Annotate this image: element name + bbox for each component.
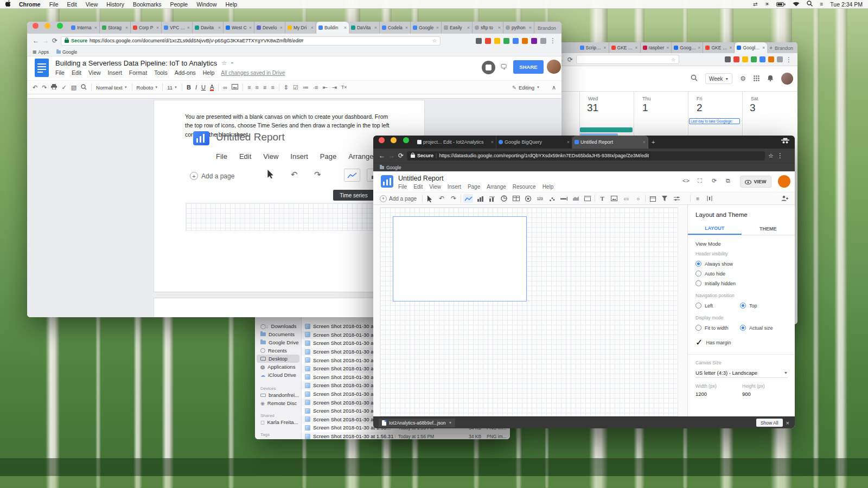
bookmark-star-icon[interactable]: ☆ (432, 38, 437, 43)
sidebar-item-documents[interactable]: Documents (255, 330, 301, 338)
day-number[interactable]: 3 (750, 102, 756, 114)
extension-icon[interactable] (513, 38, 519, 44)
tab-close-icon[interactable]: × (666, 45, 669, 50)
embed-code-icon[interactable]: <> (682, 177, 690, 184)
star-icon[interactable]: ☆ (221, 60, 227, 67)
forward-icon[interactable]: → (388, 152, 395, 159)
menu-insert[interactable]: Insert (448, 184, 461, 190)
sync-status-icon[interactable]: ⇄ (753, 1, 757, 7)
docs-ruler[interactable] (27, 94, 561, 99)
browser-tab[interactable]: GKE Nod× (609, 42, 641, 53)
address-bar[interactable]: ☆ (576, 55, 679, 64)
extension-icon[interactable] (751, 56, 757, 62)
sidebar-item-downloads[interactable]: ◯↓Downloads (255, 322, 301, 330)
menu-bookmarks[interactable]: Bookmarks (133, 1, 162, 8)
undo-icon[interactable]: ↶ (437, 194, 446, 203)
day-header[interactable]: Fri (697, 96, 703, 101)
calendar-event-chip[interactable]: Last day to take Googlege: (689, 118, 740, 124)
extension-icon[interactable] (760, 56, 765, 62)
underline-icon[interactable]: U (201, 84, 206, 91)
geo-map-icon[interactable] (523, 194, 533, 203)
tab-close-icon[interactable]: × (125, 25, 128, 30)
tab-close-icon[interactable]: × (344, 25, 347, 30)
print-icon[interactable] (51, 84, 57, 91)
wifi-icon[interactable] (793, 1, 800, 8)
view-selector[interactable]: Week▼ (705, 73, 732, 84)
tab-close-icon[interactable]: × (762, 45, 765, 50)
tab-close-icon[interactable]: × (218, 25, 221, 30)
extension-icon[interactable] (494, 38, 500, 44)
browser-tab-active[interactable]: Google.c× (735, 42, 767, 53)
browser-tab[interactable]: DaVita× (349, 22, 380, 34)
new-tab-button[interactable]: + (769, 45, 773, 51)
text-tool-icon[interactable]: T (597, 194, 607, 203)
scatter-chart-icon[interactable] (547, 194, 557, 203)
apple-menu-icon[interactable] (5, 0, 11, 8)
align-right-icon[interactable]: ≡ (263, 84, 266, 91)
app-menu-chrome[interactable]: Chrome (19, 1, 41, 8)
menu-view[interactable]: View (429, 184, 441, 190)
line-spacing-icon[interactable]: ⇕ (284, 84, 289, 91)
close-button[interactable] (379, 137, 385, 143)
radio-actual-size[interactable]: Actual size (740, 325, 773, 331)
insert-link-icon[interactable]: ∞ (223, 84, 227, 91)
canvas-size-select[interactable]: US letter (4:3) - Landscape▼ (695, 370, 788, 378)
sidebar-item-desktop[interactable]: Desktop (257, 355, 299, 363)
new-tab-button[interactable]: + (652, 139, 655, 145)
bar-chart-icon[interactable] (475, 194, 485, 203)
chrome-menu-icon[interactable]: ⋮ (777, 152, 783, 159)
style-select[interactable]: Normal text▼ (96, 85, 127, 91)
apps-grid-icon[interactable] (754, 74, 760, 84)
fullscreen-icon[interactable]: ⛶ (698, 177, 702, 184)
filter-control-icon[interactable] (660, 194, 669, 203)
radio-initially-hidden[interactable]: Initially hidden (695, 280, 787, 286)
sidebar-item-applications[interactable]: 🅐Applications (255, 363, 301, 371)
menu-format[interactable]: Format (129, 69, 147, 76)
menubar-clock[interactable]: Tue 2:34 PM (830, 1, 863, 8)
make-copy-icon[interactable]: ⧉ (726, 177, 730, 184)
browser-tab[interactable]: My Dri× (285, 22, 316, 34)
back-icon[interactable]: ← (379, 152, 385, 159)
share-add-person-icon[interactable] (781, 194, 788, 203)
bold-icon[interactable]: B (187, 84, 191, 91)
tab-close-icon[interactable]: × (436, 25, 439, 30)
browser-tab[interactable]: Davita× (193, 22, 224, 34)
search-icon[interactable] (691, 74, 698, 84)
radio-nav-left[interactable]: Left (695, 303, 740, 309)
pivot-table-icon[interactable] (583, 194, 592, 203)
close-button[interactable] (33, 23, 39, 29)
report-canvas[interactable] (380, 207, 678, 416)
clear-formatting-icon[interactable]: T× (341, 85, 347, 90)
extension-icon[interactable] (777, 56, 783, 62)
extension-icon[interactable] (768, 56, 774, 62)
checklist-icon[interactable]: ☑ (293, 84, 298, 91)
menu-file[interactable]: File (49, 1, 59, 8)
indent-increase-icon[interactable]: ⇥ (332, 84, 337, 91)
refresh-data-icon[interactable]: ⟳ (712, 177, 717, 184)
width-value[interactable]: 1200 (695, 391, 742, 397)
menu-edit[interactable]: Edit (413, 184, 423, 190)
align-icon[interactable]: ≡ (693, 194, 703, 203)
tab-close-icon[interactable]: × (729, 45, 732, 50)
reload-icon[interactable]: ⟳ (567, 56, 573, 63)
reload-icon[interactable]: ⟳ (52, 37, 58, 44)
sidebar-item-tag-blue[interactable]: Blue (255, 437, 301, 439)
menu-help[interactable]: Help (226, 1, 238, 8)
extension-icon[interactable] (531, 38, 537, 44)
sidebar-item-google-drive[interactable]: Google Drive (255, 338, 301, 346)
data-control-icon[interactable] (672, 194, 681, 203)
docs-file-icon[interactable] (35, 59, 49, 77)
extension-icon[interactable] (485, 38, 491, 44)
browser-tab[interactable]: sftp to× (473, 22, 503, 34)
extension-icon[interactable] (540, 38, 546, 44)
mode-select[interactable]: ✎Editing▼ (512, 85, 540, 91)
close-shelf-icon[interactable]: × (786, 420, 789, 426)
browser-tab[interactable]: Codela× (380, 22, 411, 34)
day-number[interactable]: 31 (587, 102, 598, 114)
notifications-bell-icon[interactable] (767, 74, 774, 84)
combo-chart-icon[interactable] (487, 194, 497, 203)
address-bar[interactable]: Secure | https://datastudio.google.com/r… (407, 151, 765, 160)
profile-name[interactable]: Brandon (538, 25, 556, 31)
zoom-button[interactable] (403, 137, 409, 143)
browser-tab-active[interactable]: Untitled Report× (572, 136, 648, 149)
